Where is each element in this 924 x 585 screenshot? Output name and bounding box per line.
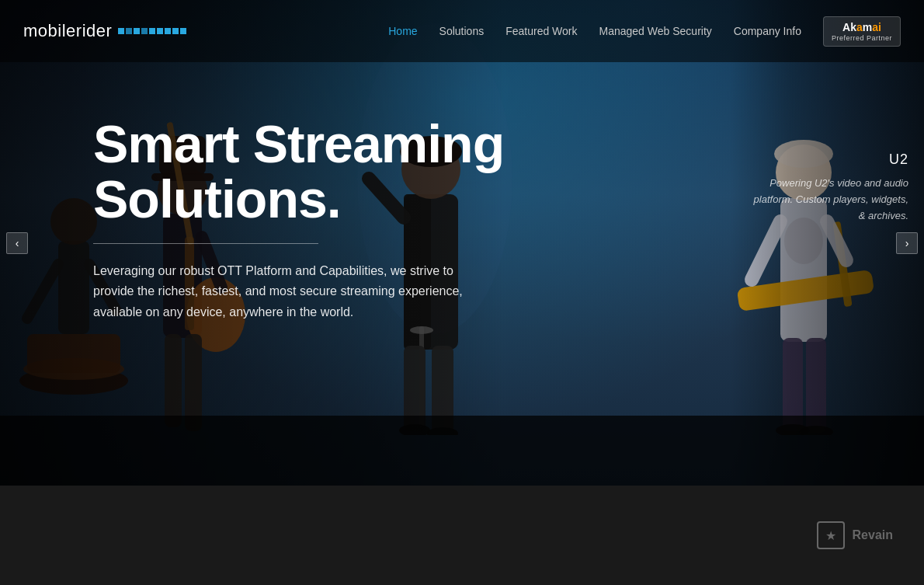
nav-home[interactable]: Home: [388, 25, 417, 37]
nav-solutions[interactable]: Solutions: [439, 25, 485, 37]
akamai-name: Akamai: [842, 21, 881, 33]
revain-badge[interactable]: ★ Revain: [817, 521, 893, 549]
hero-content: Smart Streaming Solutions. Leveraging ou…: [93, 117, 520, 322]
hero-bottom-overlay: [0, 416, 924, 486]
nav-company-info[interactable]: Company Info: [734, 25, 801, 37]
logo-area[interactable]: mobilerider: [23, 21, 186, 41]
hero-headline: Smart Streaming Solutions.: [93, 117, 520, 228]
hero-right-overlay: [730, 0, 924, 486]
featured-work-panel: U2 Powering U2's video and audio platfor…: [753, 151, 908, 224]
site-header: mobilerider Home Solutions Featured Work…: [0, 0, 924, 62]
main-nav: Home Solutions Featured Work Managed Web…: [388, 16, 901, 47]
nav-managed-web-security[interactable]: Managed Web Security: [599, 25, 712, 37]
bottom-bar: ★ Revain: [0, 486, 924, 585]
chevron-right-icon: ›: [905, 237, 909, 249]
akamai-subtitle: Preferred Partner: [832, 34, 892, 42]
slider-prev-button[interactable]: ‹: [6, 232, 28, 254]
featured-band-name: U2: [753, 151, 908, 168]
revain-text: Revain: [853, 528, 893, 542]
revain-star-icon: ★: [825, 528, 836, 543]
hero-divider: [93, 243, 318, 244]
featured-description: Powering U2's video and audio platform. …: [753, 176, 908, 224]
chevron-left-icon: ‹: [16, 237, 19, 249]
akamai-badge[interactable]: Akamai Preferred Partner: [823, 16, 901, 47]
logo-text: mobilerider: [23, 21, 112, 41]
logo-icon: [118, 28, 186, 34]
revain-icon: ★: [817, 521, 845, 549]
hero-slider: ‹ › Smart Streaming Solutions. Leveragin…: [0, 0, 924, 486]
hero-description: Leveraging our robust OTT Platform and C…: [93, 261, 474, 322]
slider-next-button[interactable]: ›: [896, 232, 918, 254]
nav-featured-work[interactable]: Featured Work: [505, 25, 577, 37]
